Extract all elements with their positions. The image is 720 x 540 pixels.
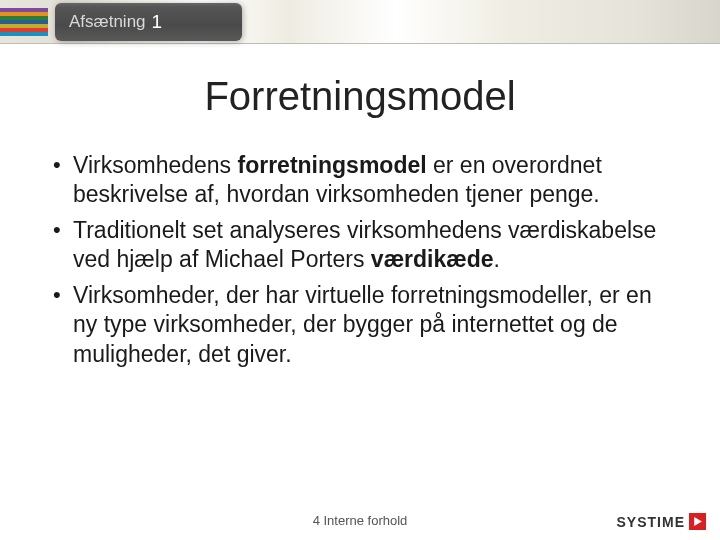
- list-item: Traditionelt set analyseres virksomheden…: [45, 216, 675, 275]
- bullet-text: Virksomheder, der har virtuelle forretni…: [73, 282, 652, 367]
- play-icon: [689, 513, 706, 530]
- bullet-bold: forretningsmodel: [238, 152, 427, 178]
- bullet-text: .: [494, 246, 500, 272]
- level-number: 1: [152, 11, 163, 33]
- bullet-list: Virksomhedens forretningsmodel er en ove…: [45, 151, 675, 369]
- bullet-text: Virksomhedens: [73, 152, 238, 178]
- publisher-logo: SYSTIME: [617, 513, 706, 530]
- list-item: Virksomheder, der har virtuelle forretni…: [45, 281, 675, 369]
- content-area: Virksomhedens forretningsmodel er en ove…: [45, 151, 675, 369]
- slide-title: Forretningsmodel: [0, 74, 720, 119]
- subject-label: Afsætning: [69, 12, 146, 32]
- subject-tab: Afsætning 1: [55, 3, 242, 41]
- footer-text: 4 Interne forhold: [0, 513, 720, 528]
- logo-text: SYSTIME: [617, 514, 685, 530]
- bullet-bold: værdikæde: [371, 246, 494, 272]
- color-stripes: [0, 8, 48, 36]
- slide: Afsætning 1 Forretningsmodel Virksomhede…: [0, 0, 720, 540]
- bullet-text: Traditionelt set analyseres virksomheden…: [73, 217, 656, 272]
- list-item: Virksomhedens forretningsmodel er en ove…: [45, 151, 675, 210]
- header-bar: Afsætning 1: [0, 0, 720, 44]
